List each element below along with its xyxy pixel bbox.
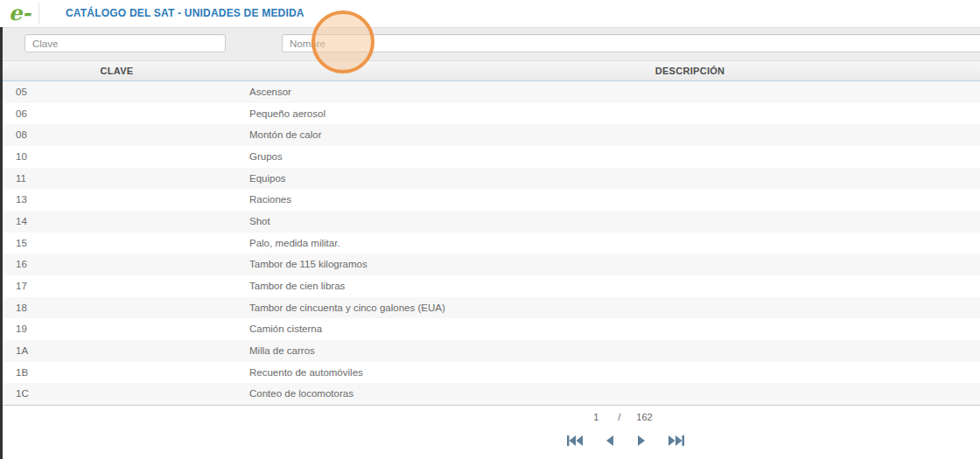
page-content: e- CATÁLOGO DEL SAT - UNIDADES DE MEDIDA… — [0, 0, 980, 459]
cell-clave: 14 — [0, 211, 234, 233]
clave-filter-input[interactable] — [24, 34, 226, 52]
cell-clave: 19 — [0, 318, 234, 340]
previous-page-icon — [605, 436, 615, 449]
cell-clave: 1B — [0, 362, 234, 384]
table-row[interactable]: 06Pequeño aerosol — [0, 103, 980, 125]
first-page-button[interactable] — [566, 435, 584, 447]
cell-clave: 17 — [0, 275, 234, 297]
cell-descripcion: Conteo de locomotoras — [234, 383, 980, 405]
cell-descripcion: Recuento de automóviles — [234, 362, 980, 384]
first-page-icon — [566, 436, 584, 449]
table-row[interactable]: 18Tambor de cincuenta y cinco galones (E… — [0, 297, 980, 319]
app-logo-icon: e- — [9, 1, 31, 25]
cell-clave: 15 — [0, 233, 234, 254]
column-header-descripcion[interactable]: DESCRIPCIÓN — [234, 62, 980, 80]
cell-descripcion: Grupos — [234, 146, 980, 168]
cell-descripcion: Montón de calor — [234, 124, 980, 146]
window-left-edge — [0, 27, 3, 459]
table-body: 05Ascensor06Pequeño aerosol08Montón de c… — [0, 81, 980, 405]
cell-clave: 13 — [0, 189, 234, 211]
cell-clave: 1C — [0, 383, 234, 405]
column-header-clave[interactable]: CLAVE — [0, 62, 234, 80]
cell-descripcion: Shot — [234, 211, 980, 233]
table-row[interactable]: 05Ascensor — [0, 81, 980, 103]
cell-descripcion: Ascensor — [234, 81, 980, 103]
cell-clave: 08 — [0, 124, 234, 146]
cell-descripcion: Tambor de 115 kilogramos — [234, 254, 980, 275]
nombre-filter-input[interactable] — [282, 34, 980, 52]
cell-descripcion: Equipos — [234, 168, 980, 190]
next-page-icon — [636, 436, 647, 449]
total-pages-label: 162 — [636, 412, 652, 422]
table-row[interactable]: 15Palo, medida militar. — [0, 233, 980, 254]
table-row[interactable]: 1CConteo de locomotoras — [0, 383, 980, 405]
table-row[interactable]: 1BRecuento de automóviles — [0, 362, 980, 384]
next-page-button[interactable] — [636, 435, 647, 447]
cell-descripcion: Tambor de cincuenta y cinco galones (EUA… — [234, 297, 980, 319]
titlebar-divider — [38, 3, 39, 24]
title-bar: e- CATÁLOGO DEL SAT - UNIDADES DE MEDIDA — [0, 0, 980, 28]
cell-descripcion: Palo, medida militar. — [234, 233, 980, 254]
cell-descripcion: Raciones — [234, 189, 980, 211]
cell-descripcion: Tambor de cien libras — [234, 275, 980, 297]
cell-clave: 10 — [0, 146, 234, 168]
cell-clave: 06 — [0, 103, 234, 125]
page-separator: / — [618, 412, 620, 422]
cell-descripcion: Pequeño aerosol — [234, 103, 980, 125]
table-header: CLAVE DESCRIPCIÓN — [0, 61, 980, 82]
cell-descripcion: Camión cisterna — [234, 318, 980, 340]
table-row[interactable]: 17Tambor de cien libras — [0, 275, 980, 297]
page-indicator: 1 / 162 — [551, 412, 691, 422]
cell-clave: 18 — [0, 297, 234, 319]
cell-descripcion: Milla de carros — [234, 340, 980, 362]
filter-bar — [0, 28, 980, 61]
table-row[interactable]: 13Raciones — [0, 189, 980, 211]
table-row[interactable]: 1AMilla de carros — [0, 340, 980, 362]
previous-page-button[interactable] — [605, 435, 615, 447]
current-page-field[interactable]: 1 — [590, 412, 602, 422]
last-page-icon — [668, 436, 685, 449]
pagination-controls — [556, 435, 696, 447]
page-title: CATÁLOGO DEL SAT - UNIDADES DE MEDIDA — [66, 0, 304, 27]
table-row[interactable]: 19Camión cisterna — [0, 318, 980, 340]
table-row[interactable]: 10Grupos — [0, 146, 980, 168]
table-row[interactable]: 11Equipos — [0, 168, 980, 190]
last-page-button[interactable] — [668, 435, 685, 447]
app-window: e- CATÁLOGO DEL SAT - UNIDADES DE MEDIDA… — [0, 0, 980, 459]
cell-clave: 16 — [0, 254, 234, 275]
table-row[interactable]: 08Montón de calor — [0, 124, 980, 146]
table-row[interactable]: 16Tambor de 115 kilogramos — [0, 254, 980, 275]
cell-clave: 11 — [0, 168, 234, 190]
table-row[interactable]: 14Shot — [0, 211, 980, 233]
table-bottom-border — [0, 405, 980, 406]
cell-clave: 05 — [0, 81, 234, 103]
cell-clave: 1A — [0, 340, 234, 362]
